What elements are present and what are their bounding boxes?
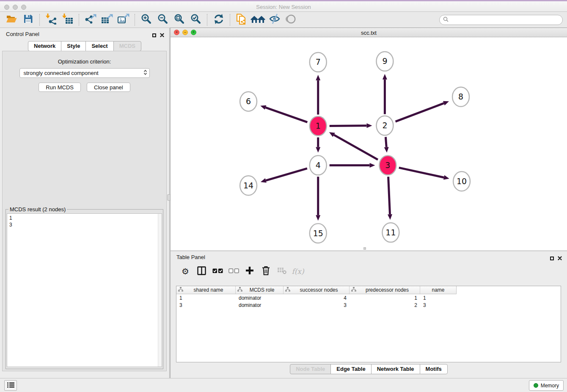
tab-node-table[interactable]: Node Table (290, 364, 331, 374)
edge-1-4[interactable] (316, 138, 320, 153)
table-cell[interactable]: 4 (284, 295, 350, 301)
add-column-button[interactable] (242, 264, 258, 279)
import-table-button[interactable] (61, 13, 74, 27)
delete-table-button[interactable] (274, 264, 290, 279)
node-table[interactable]: shared nameMCDS rolesuccessor nodesprede… (176, 286, 561, 362)
network-maximize-button[interactable]: + (191, 30, 196, 35)
export-network-button[interactable] (83, 13, 97, 27)
column-header-name[interactable]: name (420, 286, 456, 294)
show-preview-button[interactable] (284, 13, 298, 27)
open-session-button[interactable] (5, 13, 19, 27)
result-scrollbar[interactable] (158, 214, 162, 367)
mcds-result-text[interactable]: 13 (7, 213, 162, 367)
table-cell[interactable]: 1 (176, 295, 236, 301)
network-graph[interactable]: 1234678910111415 (171, 37, 567, 251)
home-button[interactable] (251, 13, 265, 27)
graph-node-1[interactable]: 1 (310, 116, 327, 136)
function-builder-button[interactable]: f(x) (290, 264, 306, 279)
column-header-predecessor-nodes[interactable]: predecessor nodes (350, 286, 420, 294)
network-canvas[interactable]: 1234678910111415 (171, 37, 567, 251)
edge-4-3[interactable] (330, 163, 375, 168)
graph-node-10[interactable]: 10 (453, 171, 470, 191)
graph-node-14[interactable]: 14 (240, 176, 257, 195)
import-table-icon (62, 13, 74, 26)
export-image-button[interactable] (116, 13, 130, 27)
hide-graphics-details-button[interactable] (267, 13, 281, 27)
deselect-all-rows-button[interactable] (226, 264, 242, 279)
tab-style[interactable]: Style (61, 41, 86, 51)
edge-4-15[interactable] (316, 177, 320, 221)
zoom-selected-button[interactable] (189, 13, 203, 27)
close-panel-icon[interactable] (160, 31, 164, 39)
graph-node-2[interactable]: 2 (376, 116, 393, 135)
edge-2-8[interactable] (396, 101, 449, 121)
clone-network-button[interactable] (234, 13, 248, 27)
graph-node-4[interactable]: 4 (310, 155, 327, 175)
float-panel-icon[interactable] (152, 33, 156, 37)
column-header-shared-name[interactable]: shared name (176, 286, 236, 294)
import-network-button[interactable] (44, 13, 58, 27)
table-cell[interactable]: 1 (350, 295, 420, 301)
svg-text:14: 14 (243, 181, 253, 190)
columns-icon (197, 266, 206, 277)
run-mcds-button[interactable]: Run MCDS (39, 83, 81, 92)
memory-button[interactable]: Memory (529, 380, 564, 391)
float-panel-icon[interactable] (550, 257, 554, 260)
save-session-button[interactable] (21, 13, 35, 27)
graph-node-11[interactable]: 11 (382, 223, 399, 242)
network-minimize-button[interactable]: – (182, 30, 188, 35)
close-panel-icon[interactable] (558, 254, 562, 262)
table-row[interactable]: 3dominator323 (176, 301, 561, 309)
tab-network[interactable]: Network (28, 41, 61, 51)
graph-node-3[interactable]: 3 (379, 155, 396, 175)
graph-node-6[interactable]: 6 (240, 92, 257, 111)
refresh-view-button[interactable] (212, 13, 226, 27)
edge-2-9[interactable] (383, 74, 387, 114)
tab-edge-table[interactable]: Edge Table (330, 364, 371, 374)
column-settings-button[interactable]: ⚙ (177, 264, 193, 279)
edge-1-6[interactable] (260, 105, 307, 122)
show-column-panel-button[interactable] (193, 264, 209, 279)
unchecked-boxes-icon (228, 268, 239, 275)
table-cell[interactable]: dominator (236, 295, 284, 301)
edge-3-1[interactable] (329, 132, 378, 160)
canvas-resize-handle[interactable] (363, 247, 366, 250)
table-cell[interactable]: 3 (420, 302, 456, 308)
column-header-successor-nodes[interactable]: successor nodes (284, 286, 350, 294)
search-box[interactable] (439, 15, 563, 25)
edge-3-11[interactable] (388, 177, 392, 220)
criterion-dropdown[interactable]: strongly connected component (19, 68, 150, 78)
zoom-out-button[interactable] (156, 13, 170, 27)
edge-1-2[interactable] (330, 123, 372, 128)
table-cell[interactable]: 1 (420, 295, 456, 301)
edge-3-10[interactable] (399, 168, 449, 179)
tab-mcds[interactable]: MCDS (113, 41, 141, 51)
network-window-titlebar[interactable]: × – + scc.txt (171, 28, 567, 37)
graph-node-9[interactable]: 9 (376, 52, 393, 71)
table-cell[interactable]: 3 (176, 302, 236, 308)
select-all-rows-button[interactable] (209, 264, 226, 279)
tab-select[interactable]: Select (85, 41, 113, 51)
table-cell[interactable]: dominator (236, 302, 284, 308)
network-close-button[interactable]: × (174, 30, 179, 35)
graph-node-15[interactable]: 15 (310, 224, 327, 243)
delete-column-button[interactable] (258, 264, 274, 279)
search-input[interactable] (451, 17, 559, 23)
table-cell[interactable]: 3 (284, 302, 350, 308)
column-header-mcds-role[interactable]: MCDS role (236, 286, 284, 294)
edge-2-3[interactable] (384, 137, 389, 152)
close-panel-button[interactable]: Close panel (87, 83, 130, 92)
svg-text:1: 1 (316, 121, 321, 130)
zoom-in-button[interactable] (139, 13, 153, 27)
export-table-button[interactable] (100, 13, 114, 27)
tab-network-table[interactable]: Network Table (371, 364, 420, 374)
graph-node-8[interactable]: 8 (452, 87, 469, 107)
edge-4-14[interactable] (261, 168, 307, 183)
zoom-fit-button[interactable] (172, 13, 186, 27)
tab-motifs[interactable]: Motifs (420, 364, 448, 374)
edge-1-7[interactable] (316, 75, 320, 115)
table-row[interactable]: 1dominator411 (176, 294, 561, 301)
task-history-button[interactable] (4, 380, 17, 391)
table-cell[interactable]: 2 (350, 302, 420, 308)
graph-node-7[interactable]: 7 (310, 52, 327, 72)
